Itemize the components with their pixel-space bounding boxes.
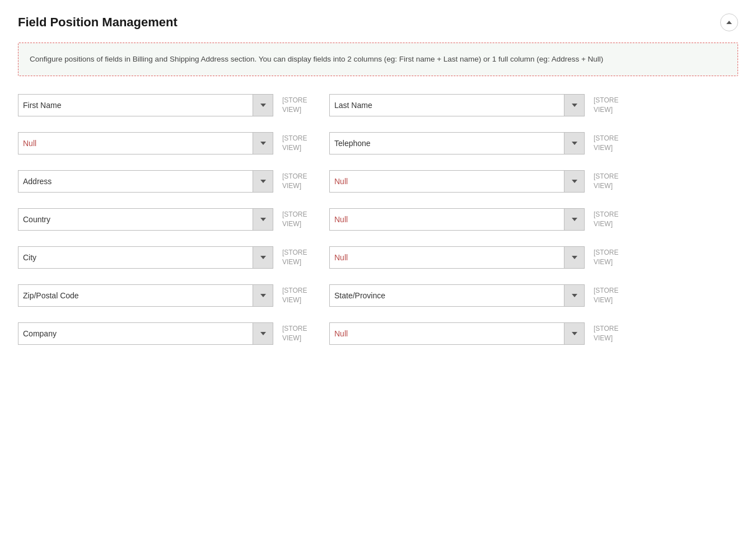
field-row: First Name[STORE VIEW]Last Name[STORE VI…	[18, 94, 738, 116]
right-store-view-label-6: [STORE VIEW]	[585, 324, 641, 343]
info-text: Configure positions of fields in Billing…	[30, 55, 603, 63]
left-select-4[interactable]: City	[18, 246, 253, 269]
left-select-arrow-2[interactable]	[253, 170, 273, 193]
right-select-arrow-2[interactable]	[564, 170, 585, 193]
right-select-4[interactable]: Null	[329, 246, 564, 269]
right-store-view-label-5: [STORE VIEW]	[585, 286, 641, 305]
right-select-arrow-3[interactable]	[564, 208, 585, 231]
right-store-view-label-1: [STORE VIEW]	[585, 134, 641, 153]
right-select-wrapper-6: Null	[329, 322, 585, 345]
chevron-down-icon	[260, 180, 266, 183]
left-select-arrow-1[interactable]	[253, 132, 273, 154]
right-select-wrapper-3: Null	[329, 208, 585, 231]
chevron-down-icon	[260, 142, 266, 145]
field-row: Address[STORE VIEW]Null[STORE VIEW]	[18, 170, 738, 193]
chevron-down-icon	[572, 142, 577, 145]
chevron-up-icon	[726, 21, 732, 24]
right-store-view-label-0: [STORE VIEW]	[585, 96, 641, 115]
page-header: Field Position Management	[18, 13, 738, 31]
left-select-wrapper-5: Zip/Postal Code	[18, 284, 273, 307]
right-select-arrow-6[interactable]	[564, 322, 585, 345]
left-select-0[interactable]: First Name	[18, 94, 253, 116]
right-select-0[interactable]: Last Name	[329, 94, 564, 116]
left-select-5[interactable]: Zip/Postal Code	[18, 284, 253, 307]
page-title: Field Position Management	[18, 15, 178, 30]
right-select-2[interactable]: Null	[329, 170, 564, 193]
right-select-wrapper-0: Last Name	[329, 94, 585, 116]
right-select-arrow-0[interactable]	[564, 94, 585, 116]
right-select-arrow-5[interactable]	[564, 284, 585, 307]
chevron-down-icon	[572, 218, 577, 221]
right-select-wrapper-4: Null	[329, 246, 585, 269]
field-row: Null[STORE VIEW]Telephone[STORE VIEW]	[18, 132, 738, 154]
chevron-down-icon	[572, 332, 577, 335]
left-select-wrapper-4: City	[18, 246, 273, 269]
chevron-down-icon	[572, 294, 577, 297]
left-select-6[interactable]: Company	[18, 322, 253, 345]
left-select-arrow-0[interactable]	[253, 94, 273, 116]
left-select-wrapper-2: Address	[18, 170, 273, 193]
right-select-3[interactable]: Null	[329, 208, 564, 231]
left-store-view-label-1: [STORE VIEW]	[273, 134, 329, 153]
chevron-down-icon	[260, 104, 266, 107]
chevron-down-icon	[260, 332, 266, 335]
left-store-view-label-2: [STORE VIEW]	[273, 172, 329, 191]
left-select-wrapper-1: Null	[18, 132, 273, 154]
field-row: Company[STORE VIEW]Null[STORE VIEW]	[18, 322, 738, 345]
left-store-view-label-0: [STORE VIEW]	[273, 96, 329, 115]
chevron-down-icon	[572, 180, 577, 183]
left-select-3[interactable]: Country	[18, 208, 253, 231]
left-select-arrow-3[interactable]	[253, 208, 273, 231]
info-box: Configure positions of fields in Billing…	[18, 43, 738, 76]
collapse-button[interactable]	[720, 13, 738, 31]
left-store-view-label-5: [STORE VIEW]	[273, 286, 329, 305]
right-store-view-label-3: [STORE VIEW]	[585, 210, 641, 229]
chevron-down-icon	[572, 256, 577, 259]
left-store-view-label-3: [STORE VIEW]	[273, 210, 329, 229]
left-select-wrapper-3: Country	[18, 208, 273, 231]
field-row: Country[STORE VIEW]Null[STORE VIEW]	[18, 208, 738, 231]
right-select-6[interactable]: Null	[329, 322, 564, 345]
right-select-5[interactable]: State/Province	[329, 284, 564, 307]
left-select-arrow-6[interactable]	[253, 322, 273, 345]
right-store-view-label-4: [STORE VIEW]	[585, 248, 641, 267]
field-row: Zip/Postal Code[STORE VIEW]State/Provinc…	[18, 284, 738, 307]
right-select-arrow-4[interactable]	[564, 246, 585, 269]
chevron-down-icon	[572, 104, 577, 107]
right-select-1[interactable]: Telephone	[329, 132, 564, 154]
chevron-down-icon	[260, 294, 266, 297]
left-store-view-label-4: [STORE VIEW]	[273, 248, 329, 267]
left-select-1[interactable]: Null	[18, 132, 253, 154]
chevron-down-icon	[260, 256, 266, 259]
left-select-wrapper-6: Company	[18, 322, 273, 345]
right-select-wrapper-2: Null	[329, 170, 585, 193]
fields-grid: First Name[STORE VIEW]Last Name[STORE VI…	[18, 94, 738, 360]
left-select-wrapper-0: First Name	[18, 94, 273, 116]
left-select-2[interactable]: Address	[18, 170, 253, 193]
left-select-arrow-4[interactable]	[253, 246, 273, 269]
right-select-wrapper-5: State/Province	[329, 284, 585, 307]
chevron-down-icon	[260, 218, 266, 221]
right-select-wrapper-1: Telephone	[329, 132, 585, 154]
field-row: City[STORE VIEW]Null[STORE VIEW]	[18, 246, 738, 269]
left-store-view-label-6: [STORE VIEW]	[273, 324, 329, 343]
right-select-arrow-1[interactable]	[564, 132, 585, 154]
left-select-arrow-5[interactable]	[253, 284, 273, 307]
right-store-view-label-2: [STORE VIEW]	[585, 172, 641, 191]
